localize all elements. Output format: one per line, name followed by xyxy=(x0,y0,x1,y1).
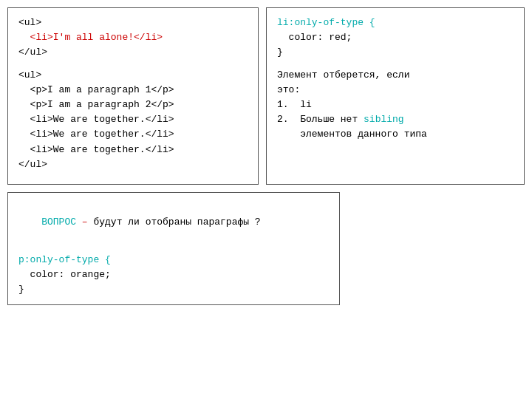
code-line: <li>I'm all alone!</li> xyxy=(18,30,248,45)
explanation-item-1: 1. li xyxy=(277,98,514,112)
sibling-label: sibling xyxy=(364,114,404,125)
explanation-text: Элемент отберется, если xyxy=(277,68,514,83)
code-line: <li>We are together.</li> xyxy=(18,112,248,127)
explanation-text: это: xyxy=(277,83,514,98)
css-panel: li:only-of-type { color: red; } Элемент … xyxy=(266,7,525,185)
code-line: } xyxy=(18,282,329,297)
question-text: ВОПРОС – будут ли отобраны параграфы ? xyxy=(18,200,329,245)
code-line: <ul> xyxy=(18,68,248,83)
code-line: li:only-of-type { xyxy=(277,16,514,30)
question-panel: ВОПРОС – будут ли отобраны параграфы ? p… xyxy=(7,192,340,305)
code-line: <p>I am a paragraph 1</p> xyxy=(18,83,248,98)
code-line: <ul> xyxy=(18,16,248,30)
html-panel: <ul> <li>I'm all alone!</li> </ul> <ul> … xyxy=(7,7,259,185)
explanation-item-2-cont: элементов данного типа xyxy=(277,127,514,142)
code-line: </ul> xyxy=(18,157,248,172)
code-line: color: orange; xyxy=(18,267,329,282)
code-line: <li>We are together.</li> xyxy=(18,143,248,157)
code-line: <li>We are together.</li> xyxy=(18,127,248,142)
explanation-item-2: 2. Больше нет sibling xyxy=(277,112,514,127)
dash-label: – xyxy=(76,216,93,228)
code-line: </ul> xyxy=(18,45,248,60)
code-line: color: red; xyxy=(277,30,514,45)
question-rest: будут ли отобраны параграфы ? xyxy=(93,216,260,228)
vopros-label: ВОПРОС xyxy=(41,216,76,228)
code-line: <p>I am a paragraph 2</p> xyxy=(18,98,248,112)
code-line: } xyxy=(277,45,514,60)
code-line: p:only-of-type { xyxy=(18,253,329,267)
